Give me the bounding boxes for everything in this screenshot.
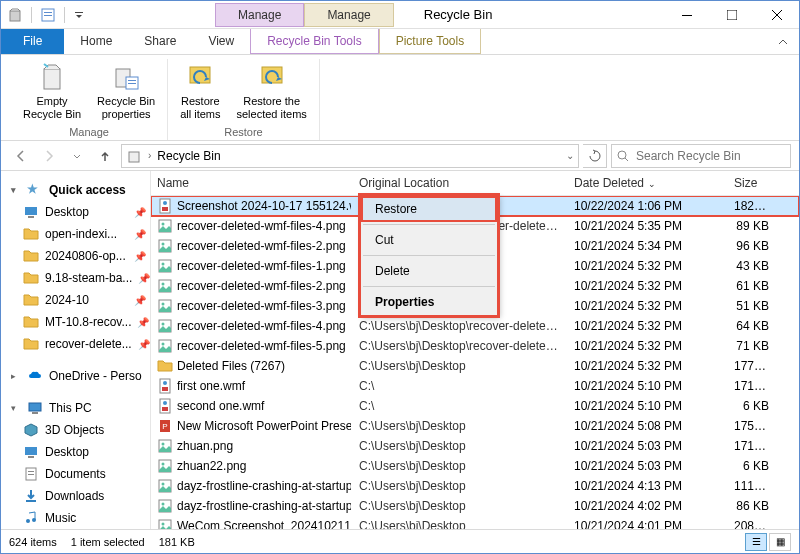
file-row[interactable]: WeCom Screenshot_20241021148...C:\Users\…: [151, 516, 799, 529]
png-icon: [157, 478, 173, 494]
pc-icon: [27, 400, 43, 416]
back-button[interactable]: [9, 144, 33, 168]
close-button[interactable]: [754, 1, 799, 29]
svg-point-51: [163, 401, 167, 405]
refresh-button[interactable]: [583, 144, 607, 168]
nav-item[interactable]: 9.18-steam-ba...📌: [1, 267, 150, 289]
up-button[interactable]: [93, 144, 117, 168]
bin-props-icon: [110, 61, 142, 93]
nav-item[interactable]: Desktop: [1, 441, 150, 463]
file-row[interactable]: recover-deleted-wmf-files-5.pngC:\Users\…: [151, 336, 799, 356]
view-details-button[interactable]: ☰: [745, 533, 767, 551]
qat-dropdown-icon[interactable]: [73, 9, 85, 21]
file-row[interactable]: dayz-frostline-crashing-at-startup-...C:…: [151, 476, 799, 496]
nav-onedrive[interactable]: ▸ OneDrive - Perso: [1, 365, 150, 387]
search-box[interactable]: [611, 144, 791, 168]
maximize-button[interactable]: [709, 1, 754, 29]
folder-icon: [23, 248, 39, 264]
ribbon-group-restore-label: Restore: [224, 126, 263, 140]
file-row[interactable]: first one.wmfC:\10/21/2024 5:10 PM171 KB: [151, 376, 799, 396]
search-input[interactable]: [630, 149, 790, 163]
column-original-location[interactable]: Original Location: [351, 171, 566, 195]
tab-file[interactable]: File: [1, 29, 64, 54]
pin-icon: 📌: [138, 339, 150, 350]
recent-locations-button[interactable]: [65, 144, 89, 168]
tab-view[interactable]: View: [192, 29, 250, 54]
nav-item[interactable]: Documents: [1, 463, 150, 485]
context-menu-delete[interactable]: Delete: [361, 258, 497, 284]
nav-item[interactable]: 3D Objects: [1, 419, 150, 441]
recycle-bin-properties-button[interactable]: Recycle Bin properties: [95, 59, 157, 123]
nav-item[interactable]: Desktop📌: [1, 201, 150, 223]
svg-rect-24: [28, 474, 34, 475]
file-row[interactable]: recover-deleted-wmf-files-4.pngC:\Users\…: [151, 316, 799, 336]
ribbon: Empty Recycle Bin Recycle Bin properties…: [1, 55, 799, 141]
search-icon: [616, 149, 630, 163]
column-size[interactable]: Size: [726, 171, 799, 195]
minimize-button[interactable]: [664, 1, 709, 29]
nav-item[interactable]: Downloads: [1, 485, 150, 507]
svg-point-27: [32, 518, 36, 522]
forward-button[interactable]: [37, 144, 61, 168]
svg-rect-21: [28, 456, 34, 458]
empty-recycle-bin-button[interactable]: Empty Recycle Bin: [21, 59, 83, 123]
navigation-pane: ▾ ★ Quick access Desktop📌open-indexi...📌…: [1, 171, 151, 529]
qat-properties-icon[interactable]: [40, 7, 56, 23]
wmf-icon: [157, 378, 173, 394]
svg-point-59: [162, 483, 165, 486]
context-menu-properties[interactable]: Properties: [361, 289, 497, 315]
file-row[interactable]: zhuan.pngC:\Users\bj\Desktop10/21/2024 5…: [151, 436, 799, 456]
ribbon-collapse-icon[interactable]: [777, 29, 799, 54]
svg-rect-18: [29, 403, 41, 411]
nav-item[interactable]: MT-10.8-recov...📌: [1, 311, 150, 333]
svg-point-55: [162, 443, 165, 446]
png-icon: [157, 338, 173, 354]
file-row[interactable]: zhuan22.pngC:\Users\bj\Desktop10/21/2024…: [151, 456, 799, 476]
tab-picture-tools[interactable]: Picture Tools: [379, 29, 481, 54]
file-row[interactable]: PNew Microsoft PowerPoint Present...C:\U…: [151, 416, 799, 436]
context-menu-restore[interactable]: Restore: [361, 196, 497, 222]
nav-item[interactable]: 20240806-op...📌: [1, 245, 150, 267]
address-box[interactable]: › Recycle Bin ⌄: [121, 144, 579, 168]
svg-rect-12: [190, 67, 210, 83]
view-thumbnails-button[interactable]: ▦: [769, 533, 791, 551]
nav-item[interactable]: open-indexi...📌: [1, 223, 150, 245]
pin-icon: 📌: [134, 295, 146, 306]
png-icon: [157, 218, 173, 234]
nav-item[interactable]: 2024-10📌: [1, 289, 150, 311]
music-icon: [23, 510, 39, 526]
column-date-deleted[interactable]: Date Deleted⌄: [566, 171, 726, 195]
column-name[interactable]: Name: [151, 171, 351, 195]
tab-share[interactable]: Share: [128, 29, 192, 54]
wmf-icon: [157, 398, 173, 414]
restore-all-button[interactable]: Restore all items: [178, 59, 222, 123]
file-row[interactable]: Deleted Files (7267)C:\Users\bj\Desktop1…: [151, 356, 799, 376]
docs-icon: [23, 466, 39, 482]
svg-point-43: [162, 323, 165, 326]
nav-item[interactable]: Music: [1, 507, 150, 529]
ribbon-tabs: File Home Share View Recycle Bin Tools P…: [1, 29, 799, 55]
svg-point-37: [162, 263, 165, 266]
address-dropdown-icon[interactable]: ⌄: [566, 150, 574, 161]
svg-rect-20: [25, 447, 37, 455]
nav-quick-access[interactable]: ▾ ★ Quick access: [1, 179, 150, 201]
breadcrumb[interactable]: Recycle Bin: [157, 149, 220, 163]
pin-icon: 📌: [138, 273, 150, 284]
pin-icon: 📌: [134, 229, 146, 240]
png-icon: [157, 258, 173, 274]
tab-home[interactable]: Home: [64, 29, 128, 54]
status-bar: 624 items 1 item selected 181 KB ☰ ▦: [1, 529, 799, 553]
svg-rect-13: [262, 67, 282, 83]
folder-icon: [23, 336, 39, 352]
svg-point-26: [26, 519, 30, 523]
file-row[interactable]: dayz-frostline-crashing-at-startup-...C:…: [151, 496, 799, 516]
restore-selected-button[interactable]: Restore the selected items: [235, 59, 309, 123]
svg-rect-11: [128, 83, 136, 84]
tab-recycle-bin-tools[interactable]: Recycle Bin Tools: [250, 29, 379, 54]
file-row[interactable]: second one.wmfC:\10/21/2024 5:10 PM6 KB: [151, 396, 799, 416]
nav-item[interactable]: recover-delete...📌: [1, 333, 150, 355]
restore-all-icon: [184, 61, 216, 93]
svg-rect-50: [162, 407, 168, 411]
context-menu-cut[interactable]: Cut: [361, 227, 497, 253]
nav-this-pc[interactable]: ▾ This PC: [1, 397, 150, 419]
